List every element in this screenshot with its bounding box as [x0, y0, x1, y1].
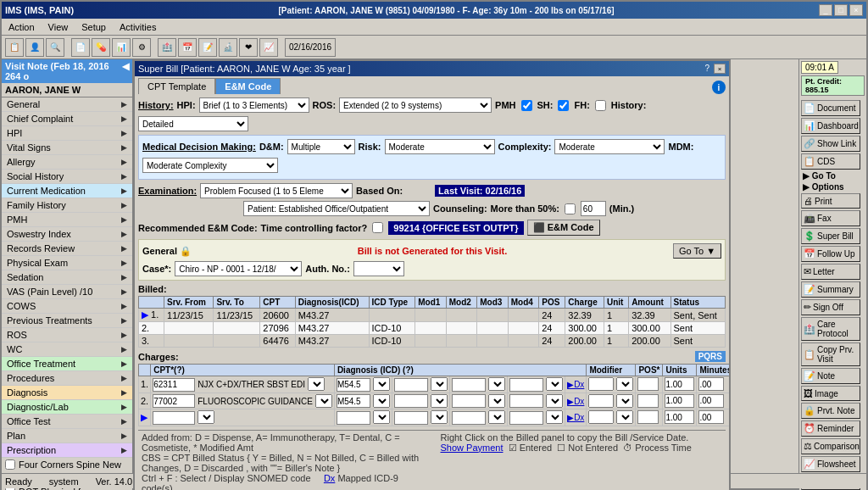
table-row[interactable]: 3. 64476 M43.27 ICD-10 [139, 335, 726, 348]
sidebar-item-diagnostic-lab[interactable]: Diagnostic/Lab▶ [2, 400, 132, 415]
toolbar-btn-9[interactable]: 📅 [178, 38, 197, 57]
diag-input-3c[interactable] [452, 411, 486, 425]
toolbar-btn-12[interactable]: ❤ [239, 38, 258, 57]
sidebar-item-pmh[interactable]: PMH▶ [2, 213, 132, 227]
menu-activities[interactable]: Activities [116, 20, 159, 34]
diag-input-1b[interactable] [394, 378, 428, 392]
modifier-select-2[interactable]: ▼ [616, 394, 633, 408]
diag-input-3a[interactable] [337, 411, 370, 425]
print-button[interactable]: 🖨Print [801, 193, 860, 209]
dx-link-2[interactable]: ▶Dx [567, 397, 584, 406]
sidebar-item-hpi[interactable]: HPI▶ [2, 126, 132, 141]
copy-prv-visit-button[interactable]: 📋Copy Prv. Visit [801, 342, 860, 366]
diag-select-1c[interactable]: ▼ [488, 377, 505, 391]
sidebar-item-sedation[interactable]: Sedation▶ [2, 270, 132, 285]
table-row[interactable]: ▶ 1. 11/23/15 11/23/15 20600 M43.27 [139, 309, 726, 322]
auth-select[interactable] [353, 261, 404, 276]
care-protocol-button[interactable]: 🏥Care Protocol [801, 317, 860, 341]
diag-input-3b[interactable] [394, 411, 428, 425]
diag-input-1d[interactable] [509, 378, 543, 392]
diag-input-2d[interactable] [509, 394, 543, 408]
pmh-checkbox[interactable] [521, 100, 532, 111]
hpi-select[interactable]: Brief (1 to 3 Elements) [199, 97, 309, 113]
case-select[interactable]: Chiro - NP - 0001 - 12/18/ [175, 261, 302, 276]
toolbar-btn-5[interactable]: 💊 [92, 38, 110, 57]
exam-select[interactable]: Problem Focused (1 to 5 Eleme [200, 183, 353, 198]
diag-select-1a[interactable]: ▼ [373, 377, 390, 391]
diag-select-2d[interactable]: ▼ [546, 394, 563, 408]
cpt-input-3[interactable] [153, 411, 195, 425]
modifier-input-1[interactable] [588, 377, 614, 391]
modifier-select-1[interactable]: ▼ [616, 377, 633, 391]
sidebar-item-family-history[interactable]: Family History▶ [2, 198, 132, 213]
minutes-input-2[interactable] [698, 394, 724, 408]
sidebar-item-social-history[interactable]: Social History▶ [2, 170, 132, 184]
diag-select-3c[interactable]: ▼ [488, 410, 505, 424]
diag-select-3d[interactable]: ▼ [546, 410, 563, 424]
diag-select-2b[interactable]: ▼ [431, 394, 448, 408]
toolbar-btn-1[interactable]: 📋 [5, 38, 24, 57]
diag-select-3a[interactable]: ▼ [373, 410, 390, 424]
note-right-button[interactable]: 📝Note [801, 368, 860, 384]
follow-up-button[interactable]: 📅Follow Up [801, 246, 860, 262]
diag-input-1a[interactable] [337, 378, 370, 392]
patient-select[interactable]: Patient: Established Office/Outpatient [243, 201, 430, 216]
image-button[interactable]: 🖼Image [801, 386, 860, 401]
dashboard-button[interactable]: 📊Dashboard [801, 118, 860, 134]
sidebar-item-wc[interactable]: WC▶ [2, 342, 132, 357]
sidebar-item-prev-treatments[interactable]: Previous Treatments▶ [2, 314, 132, 328]
sidebar-item-office-treatment[interactable]: Office Treatment▶ [2, 357, 132, 371]
toolbar-btn-10[interactable]: 📝 [198, 38, 217, 57]
sidebar-item-diagnosis[interactable]: Diagnosis▶ [2, 386, 132, 400]
sidebar-item-general[interactable]: General▶ [2, 97, 132, 112]
dx-mapped-link[interactable]: Dx [324, 473, 335, 483]
sidebar-item-prescription[interactable]: Prescription▶ [2, 443, 132, 458]
sidebar-expand-icon[interactable]: ◀ [122, 61, 129, 81]
units-input-2[interactable] [665, 394, 694, 408]
minutes-input-1[interactable] [698, 377, 724, 391]
sign-off-button[interactable]: ✏Sign Off [801, 299, 860, 315]
modifier-input-3[interactable] [588, 410, 614, 424]
diag-input-2c[interactable] [452, 394, 486, 408]
sidebar-item-procedures[interactable]: Procedures▶ [2, 371, 132, 386]
cpt-select-2[interactable]: ▼ [315, 394, 332, 408]
toolbar-btn-4[interactable]: 📄 [71, 38, 90, 57]
toolbar-btn-6[interactable]: 📊 [112, 38, 131, 57]
diag-select-3b[interactable]: ▼ [431, 410, 448, 424]
sidebar-item-chief-complaint[interactable]: Chief Complaint▶ [2, 112, 132, 126]
ros-select[interactable]: Extended (2 to 9 systems) [339, 97, 492, 113]
history-select[interactable]: Detailed [138, 116, 248, 131]
pos-input-2[interactable] [637, 394, 659, 408]
super-bill-btn[interactable]: 💲Super Bill [801, 228, 860, 244]
sidebar-item-office-test[interactable]: Office Test▶ [2, 415, 132, 429]
dm-select[interactable]: Multiple [287, 139, 355, 154]
mdm-select[interactable]: Moderate Complexity [142, 158, 278, 173]
sidebar-item-plan[interactable]: Plan▶ [2, 429, 132, 443]
modifier-input-2[interactable] [588, 394, 614, 408]
diag-input-1c[interactable] [452, 378, 486, 392]
cpt-select-3[interactable]: ▼ [198, 410, 214, 424]
maximize-btn[interactable]: □ [834, 4, 848, 16]
cpt-input-1[interactable] [153, 378, 195, 392]
time-factor-checkbox[interactable] [372, 222, 383, 233]
sidebar-item-allergy[interactable]: Allergy▶ [2, 155, 132, 170]
em-code-button[interactable]: ⬛ E&M Code [527, 220, 600, 236]
pos-input-1[interactable] [637, 377, 659, 391]
four-corners-checkbox[interactable] [5, 459, 15, 470]
toolbar-btn-date[interactable]: 02/16/2016 [285, 38, 336, 57]
toolbar-btn-2[interactable]: 👤 [25, 38, 44, 57]
modifier-select-3[interactable]: ▼ [616, 410, 633, 424]
sidebar-item-cows[interactable]: COWS▶ [2, 299, 132, 314]
menu-action[interactable]: Action [5, 20, 38, 34]
flowsheet-button[interactable]: 📈Flowsheet [801, 456, 860, 472]
diag-select-1b[interactable]: ▼ [431, 377, 448, 391]
summary-button[interactable]: 📝Summary [801, 281, 860, 298]
toolbar-btn-11[interactable]: 🔬 [219, 38, 237, 57]
reminder-button[interactable]: ⏰Reminder [801, 420, 860, 437]
cds-button[interactable]: 📋CDS [801, 153, 860, 170]
sidebar-item-physical-exam[interactable]: Physical Exam▶ [2, 256, 132, 270]
close-btn[interactable]: × [849, 4, 863, 16]
sidebar-item-ros[interactable]: ROS▶ [2, 328, 132, 342]
show-link-button[interactable]: 🔗Show Link [801, 136, 860, 152]
sidebar-item-current-medication[interactable]: Current Medication▶ [2, 184, 132, 198]
